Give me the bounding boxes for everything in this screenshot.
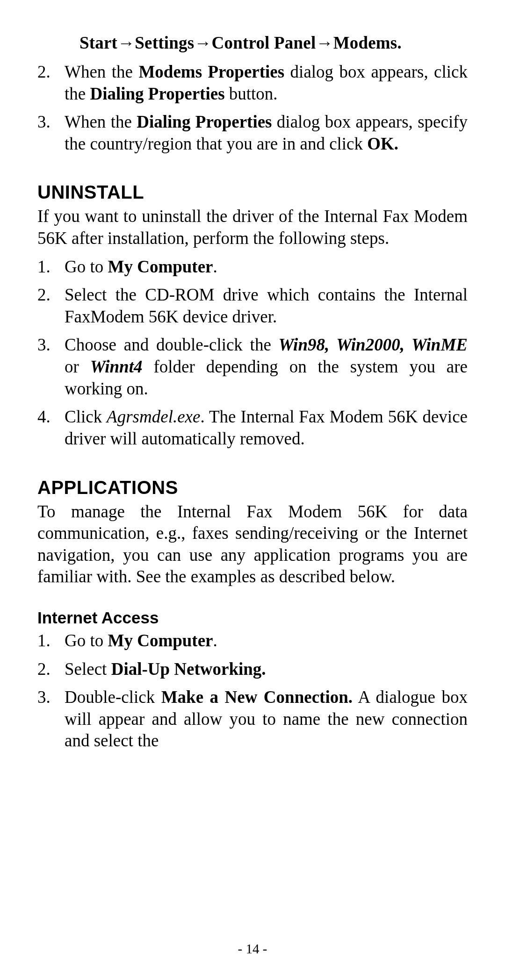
step-number: 2. — [37, 658, 65, 680]
nav-path: Start→Settings→Control Panel→Modems. — [79, 33, 468, 53]
text: Go to — [65, 631, 108, 650]
page-number: - 14 - — [0, 941, 505, 957]
heading-uninstall: UNINSTALL — [37, 182, 468, 203]
bold-text: Dial-Up Networking. — [111, 659, 266, 679]
list-item: 3. When the Dialing Properties dialog bo… — [37, 111, 468, 155]
italic-text: Agrsmdel.exe — [107, 407, 200, 426]
bold-text: OK. — [367, 134, 398, 153]
list-item: 3. Double-click Make a New Connection. A… — [37, 687, 468, 752]
text: . — [213, 257, 217, 276]
step-content: Go to My Computer. — [65, 630, 468, 652]
text: Select — [65, 659, 111, 679]
document-page: Start→Settings→Control Panel→Modems. 2. … — [0, 0, 505, 980]
step-number: 4. — [37, 406, 65, 450]
bold-text: Make a New Connection. — [161, 687, 353, 707]
text: button. — [225, 84, 278, 103]
text: Double-click — [65, 687, 161, 707]
list-item: 2. Select Dial-Up Networking. — [37, 658, 468, 680]
bold-text: Modems Properties — [138, 62, 284, 81]
step-number: 1. — [37, 256, 65, 278]
step-content: Select the CD-ROM drive which contains t… — [65, 284, 468, 328]
bold-text: Dialing Properties — [90, 84, 224, 103]
list-item: 1. Go to My Computer. — [37, 256, 468, 278]
step-number: 3. — [37, 687, 65, 752]
step-number: 2. — [37, 284, 65, 328]
step-number: 3. — [37, 334, 65, 400]
step-number: 1. — [37, 630, 65, 652]
list-item: 1. Go to My Computer. — [37, 630, 468, 652]
step-number: 2. — [37, 61, 65, 105]
text: . — [213, 631, 217, 650]
heading-applications: APPLICATIONS — [37, 477, 468, 498]
uninstall-steps-list: 1. Go to My Computer. 2. Select the CD-R… — [37, 256, 468, 450]
step-content: Click Agrsmdel.exe. The Internal Fax Mod… — [65, 406, 468, 450]
step-content: Double-click Make a New Connection. A di… — [65, 687, 468, 752]
text: Choose and double-click the — [65, 335, 279, 354]
step-content: Go to My Computer. — [65, 256, 468, 278]
step-content: Select Dial-Up Networking. — [65, 658, 468, 680]
list-item: 2. Select the CD-ROM drive which contain… — [37, 284, 468, 328]
bold-text: My Computer — [108, 631, 213, 650]
list-item: 4. Click Agrsmdel.exe. The Internal Fax … — [37, 406, 468, 450]
bold-text: Dialing Properties — [137, 112, 272, 131]
text: When the — [65, 62, 138, 81]
bold-italic-text: Win98, Win2000, WinME — [279, 335, 468, 354]
bold-text: My Computer — [108, 257, 213, 276]
heading-internet-access: Internet Access — [37, 608, 468, 627]
internet-steps-list: 1. Go to My Computer. 2. Select Dial-Up … — [37, 630, 468, 752]
text: Go to — [65, 257, 108, 276]
paragraph: To manage the Internal Fax Modem 56K for… — [37, 501, 468, 588]
step-content: When the Modems Properties dialog box ap… — [65, 61, 468, 105]
list-item: 2. When the Modems Properties dialog box… — [37, 61, 468, 105]
text: or — [65, 357, 90, 376]
bold-italic-text: Winnt4 — [90, 357, 143, 376]
text: When the — [65, 112, 137, 131]
top-steps-list: 2. When the Modems Properties dialog box… — [37, 61, 468, 155]
text: Click — [65, 407, 107, 426]
step-number: 3. — [37, 111, 65, 155]
step-content: When the Dialing Properties dialog box a… — [65, 111, 468, 155]
step-content: Choose and double-click the Win98, Win20… — [65, 334, 468, 400]
list-item: 3. Choose and double-click the Win98, Wi… — [37, 334, 468, 400]
paragraph: If you want to uninstall the driver of t… — [37, 206, 468, 249]
